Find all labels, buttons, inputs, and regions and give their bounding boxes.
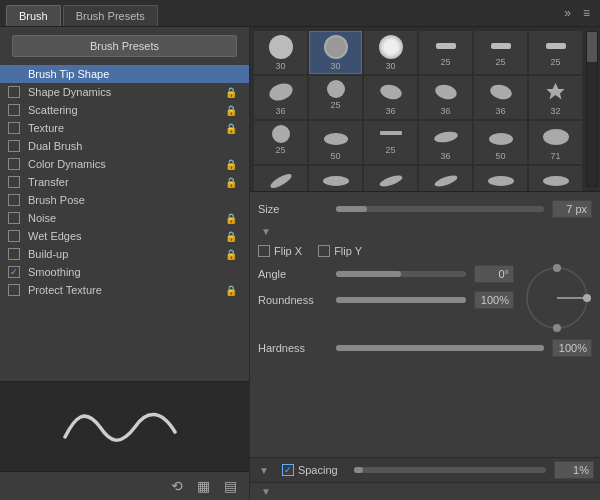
checkbox-scattering[interactable] xyxy=(8,104,20,116)
checkbox-wet-edges[interactable] xyxy=(8,230,20,242)
tabs: Brush Brush Presets xyxy=(6,5,158,26)
hardness-value[interactable]: 100% xyxy=(552,339,592,357)
preset-item[interactable]: 50 xyxy=(309,121,362,164)
preset-item[interactable]: 50 xyxy=(474,166,527,191)
angle-row: Angle 0° xyxy=(258,263,514,285)
sidebar-item-color-dynamics[interactable]: Color Dynamics 🔒 xyxy=(0,155,249,173)
checkbox-smoothing[interactable] xyxy=(8,266,20,278)
spacing-slider[interactable] xyxy=(354,467,546,473)
flip-y-group: Flip Y xyxy=(318,245,362,257)
sidebar-item-brush-pose[interactable]: Brush Pose xyxy=(0,191,249,209)
lock-icon-color-dynamics: 🔒 xyxy=(225,159,237,170)
sidebar-item-smoothing[interactable]: Smoothing xyxy=(0,263,249,281)
sidebar-bottom-icons: ⟲ ▦ ▤ xyxy=(0,471,249,500)
sidebar-item-texture[interactable]: Texture 🔒 xyxy=(0,119,249,137)
svg-point-10 xyxy=(323,176,349,186)
preset-item[interactable]: 30 xyxy=(309,31,362,74)
checkbox-protect-texture[interactable] xyxy=(8,284,20,296)
preset-item[interactable]: 36 xyxy=(419,76,472,119)
checkbox-color-dynamics[interactable] xyxy=(8,158,20,170)
roundness-slider[interactable] xyxy=(336,297,466,303)
preset-item[interactable]: 36 xyxy=(254,76,307,119)
hardness-slider[interactable] xyxy=(336,345,544,351)
flip-y-checkbox[interactable] xyxy=(318,245,330,257)
sidebar-item-brush-tip-shape[interactable]: Brush Tip Shape xyxy=(0,65,249,83)
angle-circle-svg xyxy=(522,263,592,333)
brush-presets-button[interactable]: Brush Presets xyxy=(12,35,237,57)
spacing-checkbox-group: Spacing xyxy=(282,464,338,476)
angle-circle-widget[interactable] xyxy=(522,263,592,333)
svg-point-17 xyxy=(583,294,591,302)
sidebar-item-transfer[interactable]: Transfer 🔒 xyxy=(0,173,249,191)
list-view-icon[interactable]: ▤ xyxy=(220,476,241,496)
tab-brush[interactable]: Brush xyxy=(6,5,61,26)
checkbox-dual-brush[interactable] xyxy=(8,140,20,152)
presets-scrollbar[interactable] xyxy=(586,31,598,187)
roundness-value[interactable]: 100% xyxy=(474,291,514,309)
hardness-label: Hardness xyxy=(258,342,328,354)
preset-item[interactable]: 50 xyxy=(364,166,417,191)
checkbox-brush-pose[interactable] xyxy=(8,194,20,206)
size-slider[interactable] xyxy=(336,206,544,212)
preset-item[interactable]: 36 xyxy=(419,121,472,164)
svg-point-14 xyxy=(543,176,569,186)
preset-item[interactable]: 25 xyxy=(419,31,472,74)
item-label-texture: Texture xyxy=(28,122,225,134)
preset-item[interactable]: 25 xyxy=(474,31,527,74)
sidebar-item-shape-dynamics[interactable]: Shape Dynamics 🔒 xyxy=(0,83,249,101)
size-expand-button[interactable]: ▼ xyxy=(258,225,274,238)
sidebar-item-noise[interactable]: Noise 🔒 xyxy=(0,209,249,227)
checkbox-buildup[interactable] xyxy=(8,248,20,260)
tab-brush-presets[interactable]: Brush Presets xyxy=(63,5,158,26)
checkbox-noise[interactable] xyxy=(8,212,20,224)
preset-item[interactable]: 25 xyxy=(254,166,307,191)
preset-item[interactable]: 30 xyxy=(254,31,307,74)
preset-item[interactable]: 71 xyxy=(529,121,582,164)
spacing-expand-button[interactable]: ▼ xyxy=(256,464,272,477)
item-label-smoothing: Smoothing xyxy=(28,266,237,278)
preset-item[interactable]: 25 xyxy=(529,31,582,74)
svg-point-19 xyxy=(553,264,561,272)
main-content: Brush Presets Brush Tip Shape Shape Dyna… xyxy=(0,27,600,500)
angle-value[interactable]: 0° xyxy=(474,265,514,283)
svg-point-0 xyxy=(267,80,295,103)
preset-item[interactable]: 50 xyxy=(309,166,362,191)
angle-slider[interactable] xyxy=(336,271,466,277)
sidebar-item-buildup[interactable]: Build-up 🔒 xyxy=(0,245,249,263)
preset-item[interactable]: 36 xyxy=(364,76,417,119)
expand-button[interactable]: » xyxy=(560,4,575,22)
preset-item[interactable]: 30 xyxy=(364,31,417,74)
grid-view-icon[interactable]: ▦ xyxy=(193,476,214,496)
sidebar-item-dual-brush[interactable]: Dual Brush xyxy=(0,137,249,155)
sidebar: Brush Presets Brush Tip Shape Shape Dyna… xyxy=(0,27,250,500)
size-value[interactable]: 7 px xyxy=(552,200,592,218)
checkbox-texture[interactable] xyxy=(8,122,20,134)
svg-point-9 xyxy=(268,172,293,191)
preset-item[interactable]: 36 xyxy=(474,76,527,119)
hardness-row: Hardness 100% xyxy=(258,337,592,359)
bottom-expand-button[interactable]: ▼ xyxy=(258,485,274,498)
svg-point-8 xyxy=(543,129,569,145)
checkbox-transfer[interactable] xyxy=(8,176,20,188)
preset-item[interactable]: 50 xyxy=(419,166,472,191)
svg-point-6 xyxy=(433,130,458,144)
preset-item[interactable]: 25 xyxy=(254,121,307,164)
preset-item[interactable]: 25 xyxy=(309,76,362,119)
flip-x-checkbox[interactable] xyxy=(258,245,270,257)
preset-item[interactable]: 32 xyxy=(529,76,582,119)
size-arrow-row: ▼ xyxy=(258,224,592,239)
svg-point-12 xyxy=(433,173,458,189)
preset-item[interactable]: 50 xyxy=(474,121,527,164)
angle-label: Angle xyxy=(258,268,328,280)
spacing-value[interactable]: 1% xyxy=(554,461,594,479)
create-new-icon[interactable]: ⟲ xyxy=(167,476,187,496)
preset-item[interactable]: 25 xyxy=(364,121,417,164)
sidebar-item-protect-texture[interactable]: Protect Texture 🔒 xyxy=(0,281,249,299)
spacing-checkbox[interactable] xyxy=(282,464,294,476)
checkbox-shape-dynamics[interactable] xyxy=(8,86,20,98)
sidebar-item-wet-edges[interactable]: Wet Edges 🔒 xyxy=(0,227,249,245)
svg-point-5 xyxy=(324,133,348,145)
menu-button[interactable]: ≡ xyxy=(579,4,594,22)
sidebar-item-scattering[interactable]: Scattering 🔒 xyxy=(0,101,249,119)
preset-item[interactable]: 50 xyxy=(529,166,582,191)
